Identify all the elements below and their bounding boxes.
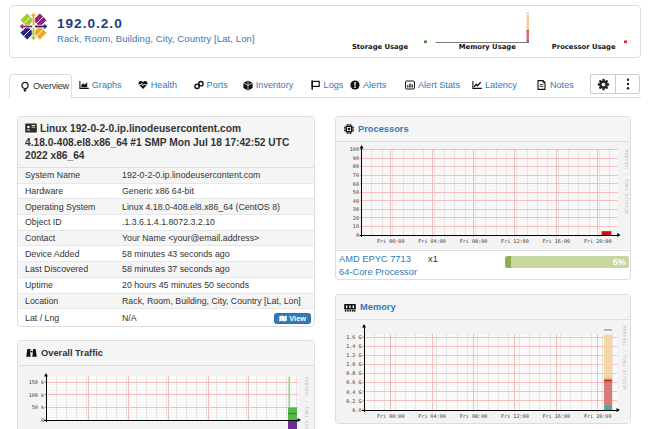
centos-logo xyxy=(18,11,49,42)
system-row-lat-lng: Lat / LngN/AView xyxy=(18,309,314,327)
svg-text:150 k: 150 k xyxy=(29,379,44,385)
svg-text:Fri 20:00: Fri 20:00 xyxy=(584,413,612,419)
device-location[interactable]: Rack, Room, Building, City, Country [Lat… xyxy=(57,33,255,44)
area-chart-icon xyxy=(79,80,89,90)
svg-text:1.0 G: 1.0 G xyxy=(346,361,361,367)
svg-text:1.6 G: 1.6 G xyxy=(346,334,361,340)
svg-text:Fri 20:00: Fri 20:00 xyxy=(584,238,612,244)
svg-text:50 k: 50 k xyxy=(32,404,44,410)
system-row-operating-system: Operating SystemLinux 4.18.0-408.el8.x86… xyxy=(18,199,314,215)
row-label: Last Discovered xyxy=(18,264,122,274)
processor-count: x1 xyxy=(428,254,438,264)
device-more-button[interactable] xyxy=(615,74,640,94)
row-value: 58 minutes 43 seconds ago xyxy=(122,249,314,259)
mini-sparkline xyxy=(536,9,630,45)
svg-text:100: 100 xyxy=(350,146,359,152)
tab-latency[interactable]: Latency xyxy=(466,73,524,97)
device-name[interactable]: 192.0.2.0 xyxy=(57,16,123,31)
processor-model-link[interactable]: AMD EPYC 7713 xyxy=(339,254,411,264)
traffic-panel-title[interactable]: Overall Traffic xyxy=(41,348,103,358)
device-settings-button[interactable] xyxy=(590,74,615,94)
row-value: 20 hours 45 minutes 50 seconds xyxy=(122,280,314,290)
tab-label: Health xyxy=(151,80,177,90)
system-row-device-added: Device Added58 minutes 43 seconds ago xyxy=(18,246,314,262)
memory-panel: Memory 1.6 G1.4 G1.2 G1.0 G0.8 G0.6 G0.4… xyxy=(335,294,631,424)
svg-text:50: 50 xyxy=(353,189,359,195)
svg-text:Fri 04:00: Fri 04:00 xyxy=(418,238,446,244)
tab-label: Overview xyxy=(33,81,69,91)
row-value: .1.3.6.1.4.1.8072.3.2.10 xyxy=(122,217,314,227)
svg-text:0.8 G: 0.8 G xyxy=(346,370,361,376)
system-attributes-table: System Name192-0-2-0.ip.linodeuserconten… xyxy=(18,168,314,327)
system-description: Linux 192‑0‑2‑0.ip.linodeusercontent.com… xyxy=(25,123,289,161)
tab-logs[interactable]: Logs xyxy=(304,73,350,97)
row-value: Linux 4.18.0-408.el8.x86_64 (CentOS 8) xyxy=(122,202,314,212)
svg-text:0.6 G: 0.6 G xyxy=(346,379,361,385)
flag-icon xyxy=(311,80,321,90)
processor-description-link[interactable]: 64-Core Processor xyxy=(339,267,417,277)
svg-text:Fri 12:00: Fri 12:00 xyxy=(501,238,529,244)
note-icon xyxy=(537,80,547,90)
svg-text:RRDTOOL / TOBI OETIKER: RRDTOOL / TOBI OETIKER xyxy=(624,150,629,214)
svg-text:0.2 G: 0.2 G xyxy=(346,398,361,404)
map-icon xyxy=(279,315,287,322)
system-row-contact: ContactYour Name <your@email.address> xyxy=(18,231,314,247)
svg-text:Fri 08:00: Fri 08:00 xyxy=(460,413,488,419)
tab-label: Inventory xyxy=(256,80,293,90)
tab-alert-stats[interactable]: Alert Stats xyxy=(399,73,467,97)
memory-panel-title[interactable]: Memory xyxy=(360,302,396,312)
tab-label: Logs xyxy=(324,80,344,90)
view-location-button[interactable]: View xyxy=(274,313,311,324)
processors-panel-title[interactable]: Processors xyxy=(358,124,409,134)
cube-icon xyxy=(243,80,253,90)
tab-label: Notes xyxy=(550,80,574,90)
lightbulb-icon xyxy=(20,81,30,91)
tab-inventory[interactable]: Inventory xyxy=(236,73,299,97)
svg-text:Fri 16:00: Fri 16:00 xyxy=(542,238,570,244)
overall-traffic-graph[interactable]: 150 k100 k50 k0RRDTOOL / TOBI OETIKER xyxy=(18,366,314,429)
svg-text:100 k: 100 k xyxy=(29,392,44,398)
tab-graphs[interactable]: Graphs xyxy=(72,73,128,97)
tab-label: Alerts xyxy=(363,80,386,90)
svg-text:Fri 12:00: Fri 12:00 xyxy=(501,413,529,419)
id-card-icon xyxy=(25,123,37,133)
device-tabbar: OverviewGraphsHealthPortsInventoryLogsAl… xyxy=(9,70,641,98)
row-label: Contact xyxy=(18,233,122,243)
tab-label: Latency xyxy=(485,80,517,90)
tab-actions xyxy=(590,74,640,94)
microchip-icon xyxy=(344,124,354,134)
system-panel-header: Linux 192‑0‑2‑0.ip.linodeusercontent.com… xyxy=(18,117,314,168)
processor-row: AMD EPYC 7713 x1 64-Core Processor 5% xyxy=(336,250,630,280)
row-value: N/A xyxy=(122,313,274,323)
mini-graph-memory-usage[interactable]: Memory Usage xyxy=(435,9,529,55)
memory-graph[interactable]: 1.6 G1.4 G1.2 G1.0 G0.8 G0.6 G0.4 G0.2 G… xyxy=(336,320,630,424)
tab-overview[interactable]: Overview xyxy=(9,74,72,99)
processors-graph[interactable]: 1009080706050403020100Fri 00:00Fri 04:00… xyxy=(336,142,630,249)
row-value: Your Name <your@email.address> xyxy=(122,233,314,243)
processor-usage-fill xyxy=(505,256,511,268)
svg-text:70: 70 xyxy=(353,172,359,178)
tab-ports[interactable]: Ports xyxy=(187,73,234,97)
processors-panel: Processors 1009080706050403020100Fri 00:… xyxy=(335,116,631,280)
svg-text:1.2 G: 1.2 G xyxy=(346,352,361,358)
mini-sparkline xyxy=(435,9,529,45)
mini-graph-storage-usage[interactable]: Storage Usage xyxy=(336,9,430,55)
tab-label: Ports xyxy=(207,80,228,90)
device-header-panel: 192.0.2.0 Rack, Room, Building, City, Co… xyxy=(9,5,641,58)
svg-text:80: 80 xyxy=(353,163,359,169)
row-value: Generic x86 64-bit xyxy=(122,186,314,196)
view-button-label: View xyxy=(289,314,306,323)
tab-alerts[interactable]: Alerts xyxy=(344,73,393,97)
svg-text:Fri 08:00: Fri 08:00 xyxy=(460,238,488,244)
librenms-device-page: 192.0.2.0 Rack, Room, Building, City, Co… xyxy=(0,0,650,429)
row-value: 192-0-2-0.ip.linodeusercontent.com xyxy=(122,170,314,180)
tab-label: Alert Stats xyxy=(418,80,460,90)
tab-notes[interactable]: Notes xyxy=(531,73,581,97)
system-row-location: LocationRack, Room, Building, City, Coun… xyxy=(18,294,314,310)
tab-health[interactable]: Health xyxy=(131,73,183,97)
mini-graph-processor-usage[interactable]: Processor Usage xyxy=(536,9,630,55)
svg-text:Fri 04:00: Fri 04:00 xyxy=(418,413,446,419)
processor-usage-bar: 5% xyxy=(505,256,629,268)
mini-graph-label: Storage Usage xyxy=(333,43,427,51)
tab-label: Graphs xyxy=(92,80,122,90)
